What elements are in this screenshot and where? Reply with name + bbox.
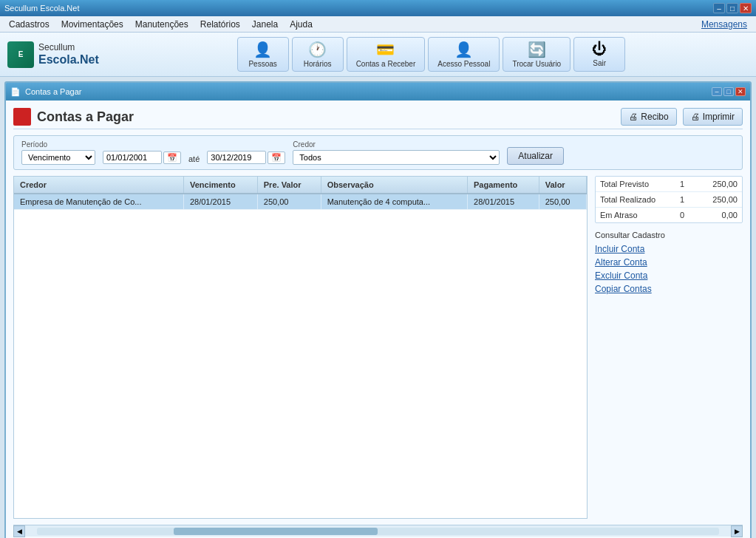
menu-janela[interactable]: Janela xyxy=(246,18,284,31)
copiar-contas-link[interactable]: Copiar Contas xyxy=(595,284,743,294)
trocar-usuario-label: Trocar Usuário xyxy=(512,60,561,68)
date-from-input[interactable] xyxy=(103,151,162,164)
date-to-input[interactable] xyxy=(207,151,266,164)
date-to-calendar-button[interactable]: 📅 xyxy=(268,151,285,164)
contas-receber-button[interactable]: 💳 Contas a Receber xyxy=(347,37,426,72)
excluir-conta-link[interactable]: Excluir Conta xyxy=(595,270,743,281)
contas-receber-label: Contas a Receber xyxy=(356,60,416,68)
acesso-pessoal-icon: 👤 xyxy=(454,41,473,58)
menu-ajuda[interactable]: Ajuda xyxy=(284,18,319,31)
cell-credor: Empresa de Manutenção de Co... xyxy=(14,194,183,210)
summary-value: 0,00 xyxy=(693,211,738,219)
mensagens-link[interactable]: Mensagens xyxy=(701,19,753,30)
acesso-pessoal-button[interactable]: 👤 Acesso Pessoal xyxy=(428,37,500,72)
cell-pre-valor: 250,00 xyxy=(257,194,321,210)
credor-label: Credor xyxy=(293,140,500,149)
menu-items: Cadastros Movimentações Manutenções Rela… xyxy=(3,18,319,31)
window-maximize-button[interactable]: □ xyxy=(723,87,734,96)
minimize-button[interactable]: – xyxy=(713,3,725,13)
summary-table: Total Previsto 1 250,00 Total Realizado … xyxy=(595,176,743,223)
menu-movimentacoes[interactable]: Movimentações xyxy=(55,18,129,31)
table-row[interactable]: Empresa de Manutenção de Co... 28/01/201… xyxy=(14,194,587,210)
horarios-label: Horários xyxy=(304,60,332,68)
menu-manutencoes[interactable]: Manutenções xyxy=(129,18,194,31)
summary-count: 1 xyxy=(671,195,693,204)
credor-select[interactable]: Todos xyxy=(293,150,500,165)
summary-label: Em Atraso xyxy=(600,211,671,219)
col-vencimento: Vencimento xyxy=(183,177,257,194)
col-pagamento: Pagamento xyxy=(468,177,539,194)
menu-relatorios[interactable]: Relatórios xyxy=(194,18,246,31)
contas-receber-icon: 💳 xyxy=(376,41,395,58)
ate-label: até xyxy=(188,154,200,165)
trocar-usuario-icon: 🔄 xyxy=(528,41,546,58)
periodo-select[interactable]: Vencimento xyxy=(21,150,95,165)
logo-text: Secullum Escola.Net xyxy=(38,42,99,67)
consultar-title: Consultar Cadastro xyxy=(595,231,743,239)
pessoas-label: Pessoas xyxy=(248,60,276,68)
alterar-conta-link[interactable]: Alterar Conta xyxy=(595,257,743,268)
recibo-button[interactable]: 🖨 Recibo xyxy=(621,108,676,126)
header-actions: 🖨 Recibo 🖨 Imprimir xyxy=(621,108,743,126)
main-content: Credor Vencimento Pre. Valor Observação … xyxy=(13,176,743,519)
content-icon xyxy=(13,108,31,126)
consultar-section: Consultar Cadastro Incluir ContaAlterar … xyxy=(595,228,743,297)
col-credor: Credor xyxy=(14,177,183,194)
logo-line2: Escola.Net xyxy=(38,52,99,67)
app-title: Secullum Escola.Net xyxy=(4,4,80,13)
scroll-thumb[interactable] xyxy=(174,528,378,535)
credor-group: Credor Todos xyxy=(293,140,500,165)
close-button[interactable]: ✕ xyxy=(740,3,752,13)
sair-button[interactable]: ⏻ Sair xyxy=(573,37,625,72)
recibo-label: Recibo xyxy=(641,112,668,122)
summary-value: 250,00 xyxy=(693,180,738,188)
logo-icon: E xyxy=(7,41,34,68)
imprimir-label: Imprimir xyxy=(703,112,735,122)
periodo-group: Período Vencimento xyxy=(21,140,95,165)
summary-row: Total Realizado 1 250,00 xyxy=(596,192,742,208)
recibo-icon: 🖨 xyxy=(629,112,638,122)
cell-observacao: Manutenção de 4 computa... xyxy=(321,194,467,210)
accounts-table: Credor Vencimento Pre. Valor Observação … xyxy=(14,177,587,210)
pessoas-button[interactable]: 👤 Pessoas xyxy=(237,37,289,72)
horizontal-scrollbar[interactable]: ◀ ▶ xyxy=(13,525,743,537)
date-from-calendar-button[interactable]: 📅 xyxy=(163,151,181,164)
page-title: Contas a Pagar xyxy=(37,109,134,125)
cell-pagamento: 28/01/2015 xyxy=(468,194,539,210)
summary-label: Total Previsto xyxy=(600,180,671,188)
scroll-right-arrow[interactable]: ▶ xyxy=(731,525,743,537)
sair-label: Sair xyxy=(593,59,606,67)
summary-count: 0 xyxy=(671,211,693,219)
toolbar-buttons: 👤 Pessoas 🕐 Horários 💳 Contas a Receber … xyxy=(114,37,749,72)
logo-area: E Secullum Escola.Net xyxy=(7,41,99,68)
table-area[interactable]: Credor Vencimento Pre. Valor Observação … xyxy=(13,176,588,519)
window-title-bar: 📄 Contas a Pagar – □ ✕ xyxy=(6,83,750,101)
summary-label: Total Realizado xyxy=(600,195,671,204)
menu-bar: Cadastros Movimentações Manutenções Rela… xyxy=(0,16,756,33)
scroll-track[interactable] xyxy=(37,528,719,535)
imprimir-button[interactable]: 🖨 Imprimir xyxy=(683,108,743,126)
cell-valor: 250,00 xyxy=(539,194,586,210)
atualizar-button[interactable]: Atualizar xyxy=(507,147,564,165)
summary-row: Em Atraso 0 0,00 xyxy=(596,208,742,222)
periodo-label: Período xyxy=(21,140,95,149)
col-observacao: Observação xyxy=(321,177,467,194)
horarios-button[interactable]: 🕐 Horários xyxy=(292,37,344,72)
horarios-icon: 🕐 xyxy=(308,41,327,58)
main-window: 📄 Contas a Pagar – □ ✕ Contas a Pagar 🖨 … xyxy=(4,81,752,538)
toolbar: E Secullum Escola.Net 👤 Pessoas 🕐 Horári… xyxy=(0,33,756,77)
window-minimize-button[interactable]: – xyxy=(712,87,722,96)
window-content: Contas a Pagar 🖨 Recibo 🖨 Imprimir Perío… xyxy=(6,101,750,538)
trocar-usuario-button[interactable]: 🔄 Trocar Usuário xyxy=(503,37,571,72)
col-valor: Valor xyxy=(539,177,586,194)
date-to-group: 📅 xyxy=(207,141,285,164)
summary-row: Total Previsto 1 250,00 xyxy=(596,177,742,192)
title-bar: Secullum Escola.Net – □ ✕ xyxy=(0,0,756,16)
window-close-button[interactable]: ✕ xyxy=(735,87,746,96)
maximize-button[interactable]: □ xyxy=(726,3,738,13)
incluir-conta-link[interactable]: Incluir Conta xyxy=(595,244,743,254)
menu-cadastros[interactable]: Cadastros xyxy=(3,18,55,31)
imprimir-icon: 🖨 xyxy=(691,112,700,122)
scroll-left-arrow[interactable]: ◀ xyxy=(13,525,25,537)
pessoas-icon: 👤 xyxy=(253,41,272,58)
